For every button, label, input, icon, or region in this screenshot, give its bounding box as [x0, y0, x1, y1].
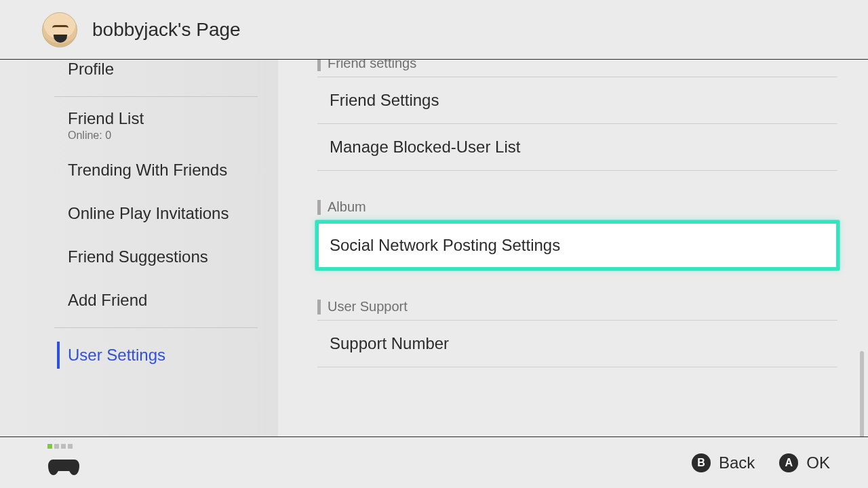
sidebar-item-label: Friend Suggestions — [68, 247, 208, 266]
sidebar-item-label: Profile — [68, 60, 114, 78]
sidebar-item-friend-list[interactable]: Friend List Online: 0 — [0, 102, 278, 148]
section-bar-icon — [317, 60, 321, 71]
sidebar-item-profile[interactable]: Profile — [0, 60, 278, 91]
hint-label: Back — [719, 453, 755, 472]
row-label: Manage Blocked-User List — [330, 138, 520, 156]
row-support-number[interactable]: Support Number — [317, 320, 837, 367]
controller-icon — [47, 457, 80, 477]
header: bobbyjack's Page — [0, 0, 868, 60]
sidebar-item-online-play[interactable]: Online Play Invitations — [0, 192, 278, 235]
divider — [54, 327, 258, 328]
settings-group-album: Album Social Network Posting Settings — [317, 199, 837, 270]
sidebar-item-label: Add Friend — [68, 291, 147, 309]
sidebar-item-label: Friend List — [68, 109, 278, 128]
main-content: Friend settings Friend Settings Manage B… — [278, 60, 868, 436]
sidebar-item-label: User Settings — [68, 346, 165, 364]
scrollbar[interactable] — [860, 351, 864, 436]
hint-ok[interactable]: A OK — [779, 453, 830, 472]
section-header: Friend settings — [317, 60, 837, 71]
section-header: User Support — [317, 299, 837, 314]
row-social-network-posting[interactable]: Social Network Posting Settings — [315, 220, 840, 270]
row-friend-settings[interactable]: Friend Settings — [317, 77, 837, 123]
sidebar-item-add-friend[interactable]: Add Friend — [0, 279, 278, 322]
row-label: Friend Settings — [330, 91, 439, 109]
section-header-label: Friend settings — [328, 60, 416, 71]
row-manage-blocked[interactable]: Manage Blocked-User List — [317, 123, 837, 171]
section-header-label: Album — [328, 199, 366, 215]
divider — [54, 96, 258, 97]
avatar[interactable] — [42, 12, 77, 47]
sidebar: Profile Friend List Online: 0 Trending W… — [0, 60, 278, 436]
player-indicator — [47, 444, 73, 449]
a-button-icon: A — [779, 453, 798, 472]
sidebar-item-trending[interactable]: Trending With Friends — [0, 148, 278, 192]
section-header-label: User Support — [328, 299, 408, 314]
settings-group-support: User Support Support Number — [317, 299, 837, 367]
sidebar-item-sublabel: Online: 0 — [68, 129, 278, 142]
settings-group-friend: Friend settings Friend Settings Manage B… — [317, 60, 837, 171]
section-header: Album — [317, 199, 837, 215]
b-button-icon: B — [692, 453, 711, 472]
section-bar-icon — [317, 300, 321, 314]
section-bar-icon — [317, 200, 321, 215]
sidebar-item-label: Online Play Invitations — [68, 204, 229, 222]
sidebar-item-friend-suggestions[interactable]: Friend Suggestions — [0, 235, 278, 279]
sidebar-item-label: Trending With Friends — [68, 161, 227, 179]
row-label: Support Number — [330, 334, 449, 352]
page-title: bobbyjack's Page — [92, 19, 241, 41]
sidebar-item-user-settings[interactable]: User Settings — [0, 333, 278, 377]
hint-label: OK — [806, 453, 830, 472]
hint-back[interactable]: B Back — [692, 453, 755, 472]
footer: B Back A OK — [0, 436, 868, 488]
row-label: Social Network Posting Settings — [330, 236, 560, 254]
